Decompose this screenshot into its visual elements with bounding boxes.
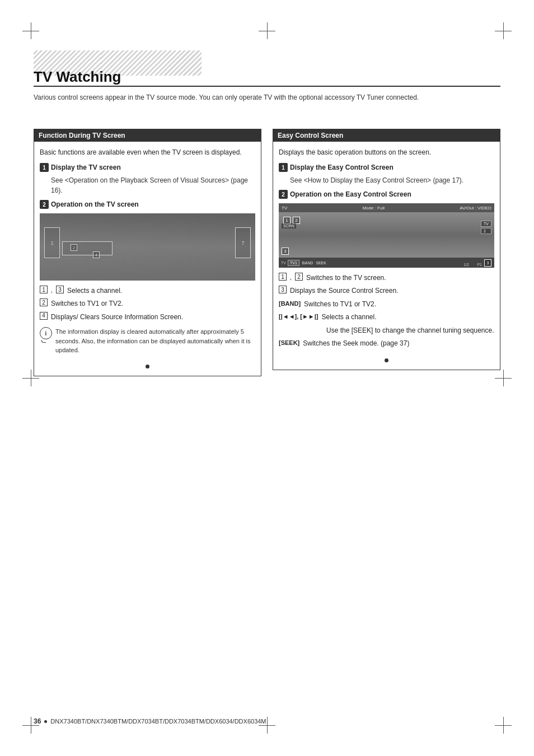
easy-step1-header: 1 Display the Easy Control Screen [279,163,494,172]
reg-mark-tl [22,22,39,39]
easy-btn-tv1: TV1 [288,260,299,266]
btn-label-2: 2 [40,298,48,306]
note-text: The information display is cleared autom… [55,327,255,355]
page-title: TV Watching [34,68,121,86]
easy-btn-band-desc: Switches to TV1 or TV2. [304,298,376,310]
btn-desc-4: Displays/ Clears Source Information Scre… [51,311,183,323]
page-number: 36 [34,717,41,725]
step2-label: Operation on the TV screen [51,200,139,208]
button-item-4: 4 Displays/ Clears Source Information Sc… [40,311,255,323]
step1-number: 1 [40,163,49,172]
bullet-dot-right [385,358,388,362]
easy-control-intro: Displays the basic operation buttons on … [279,147,494,157]
main-content: Function During TV Screen Basic function… [34,129,500,376]
easy-btn-seek-desc: Selects a channel. [321,311,376,323]
easy-step2-label: Operation on the Easy Control Screen [290,190,411,198]
easy-step1-number: 1 [279,163,288,172]
footer-model-text: DNX7340BT/DNX7340BTM/DDX7034BT/DDX7034BT… [50,718,266,725]
easy-bottom-bar: TV TV1 BAND SEEK 3 P1 1/2 [279,258,494,268]
easy-btn-seek-mode-label: [SEEK] [279,338,299,348]
note-container: i The information display is cleared aut… [40,327,255,355]
easy-button-item-band: [BAND] Switches to TV1 or TV2. [279,298,494,310]
easy-btn-label-1: 1 [279,273,287,281]
right-col-bullet [279,356,494,364]
easy-main-area: 1 2 SCRN TV 2 3 [279,212,494,258]
step1-header: 1 Display the TV screen [40,163,255,172]
btn-label-3: 3 [56,286,64,293]
easy-btn-seek-mode-desc: Switches the Seek mode. (page 37) [303,338,409,349]
function-tv-header: Function During TV Screen [34,129,261,142]
easy-btn-band-label: [BAND] [279,298,301,309]
button-item-2: 2 Switches to TV1 or TV2. [40,298,255,309]
easy-btn-seek-sub-desc: Use the [SEEK] to change the channel tun… [326,325,494,336]
easy-num-3-bar: 3 [484,259,491,267]
bullet-dot-left [146,365,149,368]
easy-btn-label-2: 2 [295,273,303,281]
easy-btn-desc-1-2: Switches to the TV screen. [306,272,386,283]
function-tv-body: Basic functions are available even when … [34,142,261,376]
function-tv-section: Function During TV Screen Basic function… [34,129,261,376]
note-icon: i [40,327,52,339]
easy-btn-label-3: 3 [279,286,287,293]
function-tv-intro: Basic functions are available even when … [40,147,255,157]
easy-control-section: Easy Control Screen Displays the basic o… [273,129,500,370]
step2-number: 2 [40,200,49,209]
btn-desc-1-3: Selects a channel. [67,285,122,296]
step1-label: Display the TV screen [51,164,121,171]
btn-label-1: 1 [40,286,48,293]
step1-desc: See <Operation on the Playback Screen of… [51,175,255,195]
easy-button-item-seek: [SEEK] Switches the Seek mode. (page 37) [279,338,494,349]
easy-top-bar: TV Mode : Full AV/Out : VIDEO [279,203,494,212]
btn-desc-2: Switches to TV1 or TV2. [51,298,123,309]
page-header: TV Watching Various control screens appe… [34,67,500,102]
easy-btn-seek-label: [|◄◄], [►►|] [279,311,318,322]
easy-right-controls: TV 2 [481,221,491,234]
easy-button-item-3: 3 Displays the Source Control Screen. [279,285,494,296]
easy-control-screen-image: TV Mode : Full AV/Out : VIDEO 1 2 SCRN [279,203,494,268]
button-list-right: 1 , 2 Switches to the TV screen. 3 Displ… [279,272,494,349]
left-col-bullet [40,362,255,370]
easy-step1-label: Display the Easy Control Screen [290,164,394,171]
easy-num-3: 3 [282,248,289,255]
left-column: Function During TV Screen Basic function… [34,129,261,376]
easy-control-header: Easy Control Screen [273,129,500,142]
note-text-content: The information display is cleared autom… [55,328,251,353]
easy-button-item-seek-prev-next: [|◄◄], [►►|] Selects a channel. [279,311,494,323]
page-subtitle: Various control screens appear in the TV… [34,92,500,102]
easy-scrn-label: SCRN [282,223,296,228]
easy-control-body: Displays the basic operation buttons on … [273,142,500,370]
note-icon-wrapper: i [40,327,53,340]
easy-button-item-1-2: 1 , 2 Switches to the TV screen. [279,272,494,283]
right-column: Easy Control Screen Displays the basic o… [273,129,500,376]
reg-mark-tc [259,22,275,39]
page-footer: 36 DNX7340BT/DNX7340BTM/DDX7034BT/DDX703… [34,717,500,725]
button-list-left: 1 , 3 Selects a channel. 2 Switches to T… [40,285,255,323]
note-tail [41,340,46,343]
easy-step2-header: 2 Operation on the Easy Control Screen [279,190,494,199]
reg-mark-tr [495,22,512,39]
footer-separator [44,720,47,723]
easy-step2-number: 2 [279,190,288,199]
button-item-1-3: 1 , 3 Selects a channel. [40,285,255,296]
easy-step1-desc: See <How to Display the Easy Control Scr… [290,175,494,185]
easy-btn-desc-3: Displays the Source Control Screen. [290,285,398,296]
step2-header: 2 Operation on the TV screen [40,200,255,209]
tv-screen-image: 1 7 2 4 [40,213,255,281]
btn-label-4: 4 [40,312,48,320]
